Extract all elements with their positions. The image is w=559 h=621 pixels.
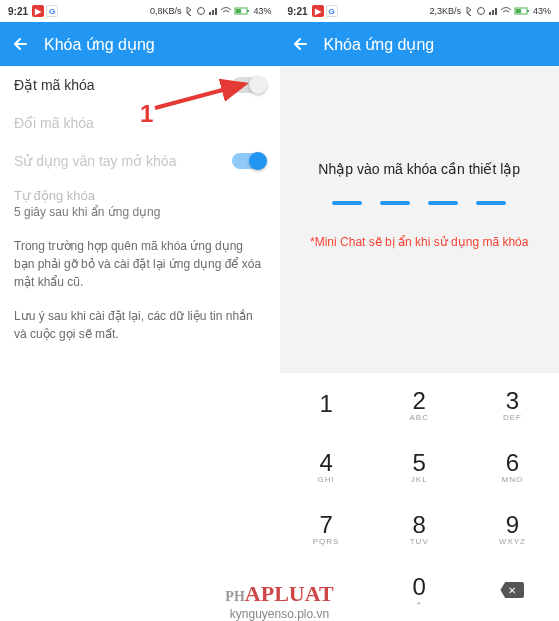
- set-lock-row[interactable]: Đặt mã khóa: [0, 66, 280, 104]
- key-9[interactable]: 9WXYZ: [466, 497, 559, 559]
- back-button[interactable]: [12, 35, 30, 53]
- wifi-icon: [500, 6, 512, 16]
- svg-rect-8: [527, 10, 529, 12]
- settings-content: Đặt mã khóa Đổi mã khóa Sử dụng vân tay …: [0, 66, 280, 621]
- pin-screen: 9:21 ▶ G 2,3KB/s 43% Khóa ứn: [280, 0, 560, 621]
- bluetooth-icon: [184, 6, 194, 16]
- app-icon: ▶: [312, 5, 324, 17]
- pin-dash: [428, 201, 458, 205]
- arrow-left-icon: [12, 35, 30, 53]
- alarm-icon: [196, 6, 206, 16]
- network-speed: 0,8KB/s: [150, 6, 182, 16]
- alarm-icon: [476, 6, 486, 16]
- fingerprint-toggle[interactable]: [232, 153, 266, 169]
- set-lock-toggle[interactable]: [232, 77, 266, 93]
- svg-rect-7: [516, 9, 521, 13]
- key-3[interactable]: 3DEF: [466, 373, 559, 435]
- clock: 9:21: [8, 6, 28, 17]
- svg-rect-3: [247, 10, 249, 12]
- auto-lock-sub: 5 giây sau khi ẩn ứng dụng: [0, 205, 280, 229]
- auto-lock-label: Tự động khóa: [0, 180, 280, 205]
- pin-prompt: Nhập vào mã khóa cần thiết lập: [318, 161, 520, 177]
- app-icon: G: [326, 5, 338, 17]
- wifi-icon: [220, 6, 232, 16]
- pin-area: Nhập vào mã khóa cần thiết lập *Mini Cha…: [280, 66, 560, 621]
- pin-input-dashes: [332, 201, 506, 205]
- svg-rect-2: [236, 9, 241, 13]
- pin-dash: [476, 201, 506, 205]
- app-header: Khóa ứng dụng: [0, 22, 280, 66]
- key-2[interactable]: 2ABC: [373, 373, 466, 435]
- battery-percent: 43%: [533, 6, 551, 16]
- status-bar: 9:21 ▶ G 2,3KB/s 43%: [280, 0, 560, 22]
- key-4[interactable]: 4GHI: [280, 435, 373, 497]
- app-icon: G: [46, 5, 58, 17]
- status-app-icons: ▶ G: [312, 5, 338, 17]
- signal-icon: [488, 6, 498, 16]
- fingerprint-label: Sử dụng vân tay mở khóa: [14, 153, 176, 169]
- network-speed: 2,3KB/s: [429, 6, 461, 16]
- note-reset: Lưu ý sau khi cài đặt lại, các dữ liệu t…: [0, 299, 280, 351]
- fingerprint-row: Sử dụng vân tay mở khóa: [0, 142, 280, 180]
- key-1[interactable]: 1: [280, 373, 373, 435]
- set-lock-label: Đặt mã khóa: [14, 77, 95, 93]
- battery-icon: [514, 6, 530, 16]
- numeric-keypad: 1 2ABC 3DEF 4GHI 5JKL 6MNO 7PQRS 8TUV 9W…: [280, 373, 560, 621]
- key-backspace[interactable]: ✕: [466, 559, 559, 621]
- arrow-left-icon: [292, 35, 310, 53]
- backspace-icon: ✕: [500, 582, 524, 598]
- status-app-icons: ▶ G: [32, 5, 58, 17]
- key-5[interactable]: 5JKL: [373, 435, 466, 497]
- svg-point-5: [477, 8, 484, 15]
- pin-dash: [332, 201, 362, 205]
- page-title: Khóa ứng dụng: [44, 35, 155, 54]
- pin-dash: [380, 201, 410, 205]
- key-0[interactable]: 0+: [373, 559, 466, 621]
- status-icons: [184, 6, 250, 16]
- app-header: Khóa ứng dụng: [280, 22, 560, 66]
- status-bar: 9:21 ▶ G 0,8KB/s 43%: [0, 0, 280, 22]
- note-forgot: Trong trường hợp quên mã khóa ứng dụng b…: [0, 229, 280, 299]
- bluetooth-icon: [464, 6, 474, 16]
- back-button[interactable]: [292, 35, 310, 53]
- svg-point-0: [198, 8, 205, 15]
- app-icon: ▶: [32, 5, 44, 17]
- battery-percent: 43%: [253, 6, 271, 16]
- key-7[interactable]: 7PQRS: [280, 497, 373, 559]
- key-empty: [280, 559, 373, 621]
- battery-icon: [234, 6, 250, 16]
- change-lock-label: Đổi mã khóa: [14, 115, 94, 131]
- clock: 9:21: [288, 6, 308, 17]
- page-title: Khóa ứng dụng: [324, 35, 435, 54]
- pin-warning: *Mini Chat sẽ bị ẩn khi sử dụng mã khóa: [304, 235, 534, 249]
- settings-screen: 9:21 ▶ G 0,8KB/s 43% Khóa ứn: [0, 0, 280, 621]
- status-icons: [464, 6, 530, 16]
- key-6[interactable]: 6MNO: [466, 435, 559, 497]
- key-8[interactable]: 8TUV: [373, 497, 466, 559]
- signal-icon: [208, 6, 218, 16]
- change-lock-row: Đổi mã khóa: [0, 104, 280, 142]
